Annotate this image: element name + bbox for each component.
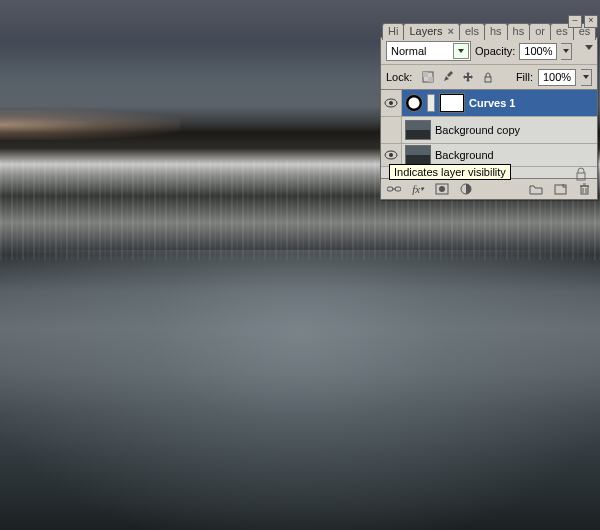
layer-row-curves[interactable]: Curves 1 (381, 90, 597, 117)
blend-mode-value: Normal (391, 45, 426, 57)
lock-all-button[interactable] (479, 68, 497, 86)
tab-history-partial[interactable]: Hi (382, 23, 404, 40)
tab-frag-1[interactable]: hs (484, 23, 508, 40)
link-layers-button[interactable] (386, 181, 402, 197)
lock-label: Lock: (386, 71, 412, 83)
tab-frag-0[interactable]: els (459, 23, 485, 40)
opacity-label: Opacity: (475, 45, 515, 57)
svg-point-7 (389, 153, 393, 157)
visibility-tooltip: Indicates layer visibility (389, 164, 511, 180)
lock-fill-row: Lock: Fill: 100% (381, 65, 597, 90)
layer-list: Curves 1 Background copy Background (381, 90, 597, 178)
svg-point-5 (389, 101, 393, 105)
layer-thumb-background (405, 145, 431, 165)
link-indicator-icon (427, 94, 435, 112)
svg-rect-3 (485, 77, 491, 82)
svg-rect-1 (423, 72, 428, 77)
svg-rect-16 (581, 186, 588, 194)
opacity-input[interactable]: 100% (519, 43, 557, 60)
tab-layers-label: Layers (409, 25, 442, 37)
fill-label: Fill: (516, 71, 533, 83)
layer-thumb-background-copy (405, 120, 431, 140)
panel-minimize-button[interactable]: – (568, 15, 582, 28)
new-adjustment-button[interactable] (458, 181, 474, 197)
fill-flyout-button[interactable] (581, 69, 592, 86)
lock-position-button[interactable] (459, 68, 477, 86)
curves-adjustment-thumb (405, 94, 423, 112)
layer-name-background: Background (435, 149, 494, 161)
svg-rect-2 (428, 77, 433, 82)
blend-mode-select[interactable]: Normal (386, 41, 471, 61)
layer-style-button[interactable]: fx▾ (410, 181, 426, 197)
panel-menu-button[interactable] (584, 42, 594, 52)
new-group-button[interactable] (528, 181, 544, 197)
lock-transparency-button[interactable] (419, 68, 437, 86)
background-lock-icon (575, 167, 587, 181)
eye-icon (384, 150, 398, 160)
layer-row-background-copy[interactable]: Background copy (381, 117, 597, 144)
chevron-down-icon (453, 43, 469, 59)
add-mask-button[interactable] (434, 181, 450, 197)
layer-mask-thumb[interactable] (439, 93, 465, 113)
tab-layers[interactable]: Layers × (403, 23, 460, 40)
svg-rect-8 (577, 173, 585, 180)
layers-panel-footer: fx▾ (381, 178, 597, 199)
panel-window-controls: – × (568, 15, 598, 28)
blend-opacity-row: Normal Opacity: 100% (381, 38, 597, 65)
new-layer-button[interactable] (552, 181, 568, 197)
panel-tabs: Hi Layers × els hs hs or es es (382, 22, 595, 40)
layer-name-background-copy: Background copy (435, 124, 520, 136)
visibility-toggle-curves[interactable] (381, 90, 402, 116)
eye-icon (384, 98, 398, 108)
lock-icon-group (419, 68, 497, 86)
delete-layer-button[interactable] (576, 181, 592, 197)
lock-paint-button[interactable] (439, 68, 457, 86)
opacity-flyout-button[interactable] (561, 43, 572, 60)
tab-layers-close-icon[interactable]: × (447, 25, 453, 37)
layer-name-curves: Curves 1 (469, 97, 515, 109)
svg-point-13 (439, 186, 445, 192)
layers-panel: Normal Opacity: 100% Lock: (380, 37, 598, 200)
tab-frag-3[interactable]: or (529, 23, 551, 40)
tab-frag-2[interactable]: hs (507, 23, 531, 40)
svg-rect-15 (555, 185, 566, 194)
visibility-toggle-background-copy[interactable] (381, 117, 402, 143)
mist-overlay (0, 250, 600, 530)
panel-close-button[interactable]: × (584, 15, 598, 28)
fill-input[interactable]: 100% (538, 69, 576, 86)
visibility-toggle-background[interactable] (381, 144, 402, 166)
